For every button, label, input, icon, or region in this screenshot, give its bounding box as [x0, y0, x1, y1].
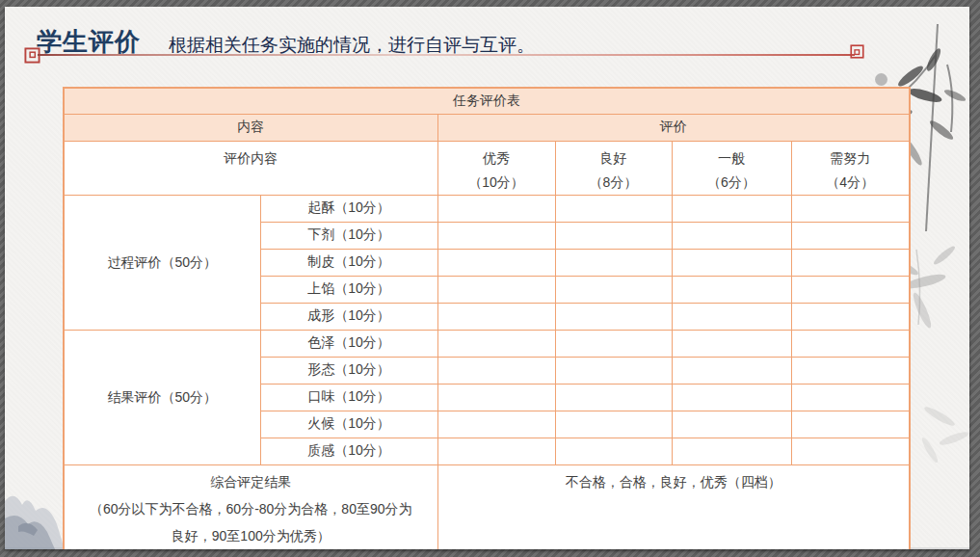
column-header-criteria: 评价内容: [64, 141, 437, 195]
score-cell: [791, 330, 910, 357]
table-row: 过程评价（50分） 起酥（10分）: [64, 195, 910, 222]
criteria-cell: 质感（10分）: [260, 438, 437, 464]
score-cell: [555, 222, 672, 249]
criteria-cell: 色泽（10分）: [260, 330, 437, 357]
criteria-cell: 形态（10分）: [260, 357, 437, 384]
section-title-result: 结果评价（50分）: [64, 330, 260, 464]
score-cell: [672, 384, 791, 411]
table-grade-header-row: 评价内容 优秀 （10分） 良好 （8分） 一般 （6分） 需努力: [64, 141, 910, 195]
score-cell: [791, 222, 910, 249]
grade-name: 一般: [673, 146, 791, 171]
column-group-evaluation: 评价: [437, 114, 910, 141]
criteria-cell: 上馅（10分）: [260, 276, 437, 303]
score-cell: [791, 438, 910, 464]
score-cell: [672, 357, 791, 384]
summary-note-line1: （60分以下为不合格，60分-80分为合格，80至90分为: [65, 495, 437, 522]
score-cell: [672, 438, 791, 464]
column-header-grade: 一般 （6分）: [672, 141, 791, 195]
column-header-grade: 优秀 （10分）: [437, 141, 555, 195]
score-cell: [437, 330, 555, 357]
table-row: 结果评价（50分） 色泽（10分）: [64, 330, 910, 357]
task-evaluation-table: 任务评价表 内容 评价 评价内容 优秀 （10分） 良好 （8分）: [63, 87, 911, 549]
grade-score: （6分）: [673, 171, 791, 195]
column-group-content: 内容: [64, 114, 437, 141]
grade-score: （10分）: [438, 171, 555, 195]
grade-score: （4分）: [792, 171, 910, 195]
table-caption: 任务评价表: [64, 88, 910, 114]
app-workspace: 学生评价 根据相关任务实施的情况，进行自评与互评。 任务评价表 内容 评价: [0, 0, 980, 557]
grade-score: （8分）: [556, 171, 672, 195]
criteria-cell: 下剂（10分）: [260, 222, 437, 249]
score-cell: [672, 195, 791, 222]
score-cell: [791, 276, 910, 303]
score-cell: [437, 384, 555, 411]
score-cell: [672, 330, 791, 357]
score-cell: [555, 303, 672, 330]
score-cell: [555, 384, 672, 411]
score-cell: [437, 195, 555, 222]
score-cell: [672, 276, 791, 303]
score-cell: [791, 384, 910, 411]
score-cell: [437, 411, 555, 438]
score-cell: [672, 249, 791, 276]
table-caption-row: 任务评价表: [64, 88, 910, 114]
slide-canvas: 学生评价 根据相关任务实施的情况，进行自评与互评。 任务评价表 内容 评价: [5, 7, 969, 549]
summary-note-line2: 良好，90至100分为优秀）: [65, 522, 437, 549]
criteria-cell: 火候（10分）: [260, 411, 437, 438]
slide-header: 学生评价 根据相关任务实施的情况，进行自评与互评。: [5, 7, 969, 84]
grade-name: 需努力: [792, 146, 910, 171]
score-cell: [672, 303, 791, 330]
summary-title: 综合评定结果: [65, 468, 437, 495]
summary-label-cell: 综合评定结果 （60分以下为不合格，60分-80分为合格，80至90分为 良好，…: [64, 464, 437, 549]
score-cell: [555, 249, 672, 276]
score-cell: [555, 276, 672, 303]
score-cell: [437, 249, 555, 276]
table-summary-row: 综合评定结果 （60分以下为不合格，60分-80分为合格，80至90分为 良好，…: [64, 464, 910, 549]
score-cell: [791, 411, 910, 438]
score-cell: [555, 357, 672, 384]
score-cell: [791, 357, 910, 384]
score-cell: [791, 303, 910, 330]
criteria-cell: 成形（10分）: [260, 303, 437, 330]
score-cell: [437, 357, 555, 384]
criteria-cell: 起酥（10分）: [260, 195, 437, 222]
summary-result-cell: 不合格，合格，良好，优秀（四档）: [437, 464, 910, 549]
score-cell: [672, 222, 791, 249]
score-cell: [437, 303, 555, 330]
column-header-grade: 良好 （8分）: [555, 141, 672, 195]
score-cell: [555, 411, 672, 438]
grade-name: 优秀: [438, 146, 555, 171]
column-header-grade: 需努力 （4分）: [791, 141, 910, 195]
score-cell: [791, 195, 910, 222]
score-cell: [791, 249, 910, 276]
score-cell: [555, 438, 672, 464]
table-group-header-row: 内容 评价: [64, 114, 910, 141]
score-cell: [437, 438, 555, 464]
spiral-ornament-right-icon: [850, 44, 864, 59]
score-cell: [672, 411, 791, 438]
title-divider: [38, 54, 855, 56]
score-cell: [437, 222, 555, 249]
score-cell: [555, 330, 672, 357]
section-title-process: 过程评价（50分）: [64, 195, 260, 330]
score-cell: [555, 195, 672, 222]
score-cell: [437, 276, 555, 303]
criteria-cell: 口味（10分）: [260, 384, 437, 411]
criteria-cell: 制皮（10分）: [260, 249, 437, 276]
grade-name: 良好: [556, 146, 672, 171]
